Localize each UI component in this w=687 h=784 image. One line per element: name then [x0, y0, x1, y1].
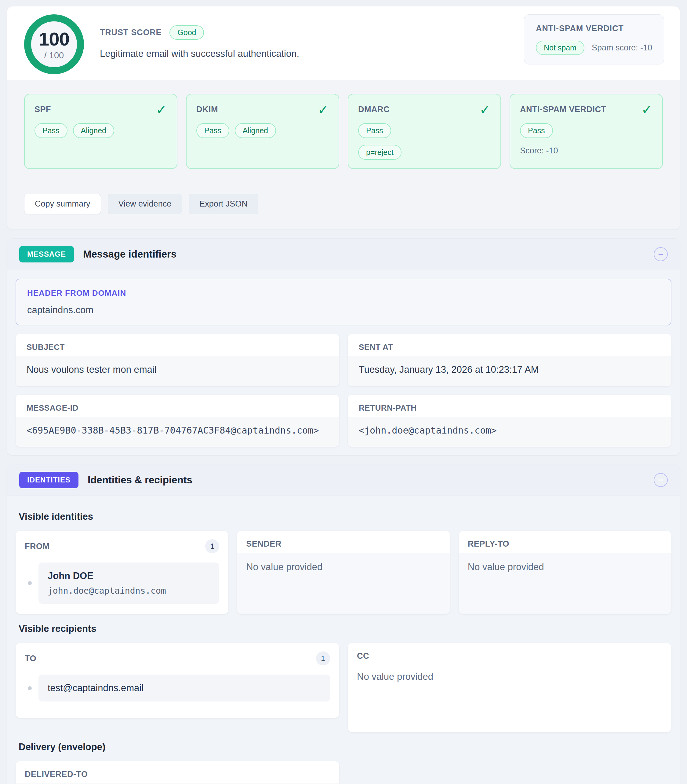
visible-identities-heading: Visible identities: [19, 511, 668, 522]
check-card-dkim: DKIM ✓ Pass Aligned: [186, 94, 339, 169]
check-pass-icon: ✓: [317, 103, 329, 116]
status-pill: Aligned: [73, 123, 114, 138]
field-label: RETURN-PATH: [348, 395, 671, 417]
delivered-to-label: DELIVERED-TO: [16, 761, 339, 783]
status-pill: Pass: [196, 123, 229, 138]
cc-empty-value: No value provided: [357, 671, 662, 722]
reply-to-card: REPLY-TO No value provided: [459, 531, 671, 614]
check-pass-icon: ✓: [641, 103, 652, 116]
field-value: captaindns.com: [27, 305, 660, 316]
check-name: SPF: [35, 103, 51, 114]
field-value: Nous voulons tester mon email: [26, 364, 328, 375]
minus-icon: −: [658, 249, 664, 259]
identities-section-title: Identities & recipients: [88, 474, 192, 486]
summary-card: 100 / 100 TRUST SCORE Good Legitimate em…: [7, 6, 680, 230]
identities-section-badge: IDENTITIES: [19, 472, 79, 488]
from-entry: John DOE john.doe@captaindns.com: [25, 562, 219, 604]
from-display-name: John DOE: [48, 570, 210, 581]
status-pill: p=reject: [358, 145, 401, 160]
trust-score-max: / 100: [44, 50, 64, 61]
check-name: ANTI-SPAM VERDICT: [520, 103, 606, 114]
identities-section: IDENTITIES Identities & recipients − Vis…: [7, 464, 680, 784]
field-value: Tuesday, January 13, 2026 at 10:23:17 AM: [359, 364, 661, 375]
antispam-verdict-box: ANTI-SPAM VERDICT Not spam Spam score: -…: [524, 14, 664, 64]
delivery-envelope-heading: Delivery (envelope): [19, 741, 668, 753]
message-section-header: MESSAGE Message identifiers −: [7, 239, 680, 270]
from-card: FROM 1 John DOE john.doe@captaindns.com: [16, 531, 228, 614]
reply-to-label: REPLY-TO: [459, 531, 671, 553]
status-pill: Aligned: [235, 123, 276, 138]
to-count-badge: 1: [316, 651, 330, 665]
check-name: DMARC: [358, 103, 390, 114]
status-pill: Pass: [520, 123, 553, 138]
collapse-message-section-button[interactable]: −: [654, 247, 668, 261]
to-card: TO 1 test@captaindns.email: [16, 643, 339, 718]
trust-summary: TRUST SCORE Good Legitimate email with s…: [100, 14, 299, 59]
spam-score-text: Spam score: -10: [592, 43, 652, 53]
from-label: FROM: [25, 542, 49, 551]
trust-score-value: 100: [39, 28, 69, 50]
minus-icon: −: [658, 475, 664, 485]
message-id-field: MESSAGE-ID <695AE9B0-338B-45B3-817B-7047…: [16, 395, 339, 447]
field-value: <john.doe@captaindns.com>: [359, 425, 661, 436]
to-entry: test@captaindns.email: [25, 675, 330, 702]
return-path-field: RETURN-PATH <john.doe@captaindns.com>: [348, 395, 671, 447]
field-label: HEADER FROM DOMAIN: [27, 288, 660, 298]
trust-score-label: TRUST SCORE: [100, 28, 161, 37]
message-section-body: HEADER FROM DOMAIN captaindns.com SUBJEC…: [7, 270, 680, 455]
summary-header: 100 / 100 TRUST SCORE Good Legitimate em…: [7, 7, 680, 80]
sender-empty-value: No value provided: [246, 562, 440, 573]
check-pass-icon: ✓: [156, 103, 167, 116]
header-from-domain-field: HEADER FROM DOMAIN captaindns.com: [16, 278, 671, 325]
bullet-icon: [28, 686, 32, 690]
to-label: TO: [25, 654, 36, 663]
trust-score-ring: 100 / 100: [24, 14, 84, 74]
status-pill: Pass: [358, 123, 391, 138]
reply-to-empty-value: No value provided: [468, 562, 662, 573]
message-section-badge: MESSAGE: [19, 246, 74, 262]
view-evidence-button[interactable]: View evidence: [108, 194, 182, 214]
sent-at-field: SENT AT Tuesday, January 13, 2026 at 10:…: [348, 334, 671, 386]
field-label: SUBJECT: [16, 334, 339, 356]
cc-card: CC No value provided: [348, 643, 671, 732]
collapse-identities-section-button[interactable]: −: [654, 473, 668, 487]
cc-label: CC: [357, 651, 369, 661]
subject-field: SUBJECT Nous voulons tester mon email: [16, 334, 339, 386]
check-name: DKIM: [196, 103, 218, 114]
sender-label: SENDER: [237, 531, 450, 553]
antispam-score-note: Score: -10: [520, 146, 652, 155]
copy-summary-button[interactable]: Copy summary: [24, 194, 101, 214]
check-card-spf: SPF ✓ Pass Aligned: [24, 94, 178, 169]
identities-section-body: Visible identities FROM 1 John DOE john.…: [7, 496, 680, 784]
status-pill: Pass: [35, 123, 67, 138]
field-value: <695AE9B0-338B-45B3-817B-704767AC3F84@ca…: [26, 425, 328, 436]
not-spam-badge: Not spam: [536, 41, 584, 55]
check-pass-icon: ✓: [479, 103, 491, 116]
antispam-verdict-title: ANTI-SPAM VERDICT: [536, 24, 652, 33]
check-card-antispam: ANTI-SPAM VERDICT ✓ Pass Score: -10: [509, 94, 663, 169]
export-json-button[interactable]: Export JSON: [189, 194, 258, 214]
from-email: john.doe@captaindns.com: [48, 586, 210, 596]
message-section-title: Message identifiers: [83, 249, 176, 260]
summary-actions: Copy summary View evidence Export JSON: [24, 182, 663, 229]
page: 100 / 100 TRUST SCORE Good Legitimate em…: [0, 0, 687, 784]
visible-recipients-heading: Visible recipients: [19, 623, 668, 634]
message-identifiers-section: MESSAGE Message identifiers − HEADER FRO…: [7, 238, 680, 456]
identities-section-header: IDENTITIES Identities & recipients −: [7, 464, 680, 496]
to-email: test@captaindns.email: [48, 683, 321, 693]
bullet-icon: [28, 581, 32, 585]
field-label: MESSAGE-ID: [16, 395, 339, 417]
trust-description: Legitimate email with successful authent…: [100, 48, 299, 59]
check-card-dmarc: DMARC ✓ Pass p=reject: [348, 94, 501, 169]
sender-card: SENDER No value provided: [237, 531, 450, 614]
field-label: SENT AT: [348, 334, 671, 356]
trust-grade-badge: Good: [169, 25, 204, 40]
delivered-to-card: DELIVERED-TO test@captaindns.email: [16, 761, 339, 784]
from-count-badge: 1: [205, 539, 219, 553]
summary-checks-panel: SPF ✓ Pass Aligned DKIM ✓ Pass A: [7, 80, 680, 229]
